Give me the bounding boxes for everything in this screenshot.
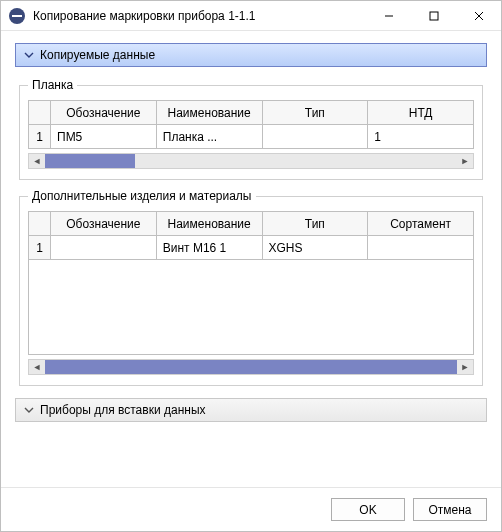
chevron-down-icon	[22, 50, 36, 60]
section-insert-targets-header[interactable]: Приборы для вставки данных	[15, 398, 487, 422]
group-plate: Планка Обозначение Наименование Тип НТД	[19, 85, 483, 180]
cell[interactable]	[368, 236, 474, 260]
scroll-left-icon[interactable]: ◄	[29, 360, 45, 374]
window-title: Копирование маркировки прибора 1-1.1	[33, 9, 366, 23]
scroll-right-icon[interactable]: ►	[457, 360, 473, 374]
grid-extra[interactable]: Обозначение Наименование Тип Сортамент 1…	[28, 211, 474, 355]
table-header-row: Обозначение Наименование Тип НТД	[29, 101, 474, 125]
group-plate-legend: Планка	[28, 78, 77, 92]
section-copied-data-header[interactable]: Копируемые данные	[15, 43, 487, 67]
dialog-window: Копирование маркировки прибора 1-1.1 Коп…	[0, 0, 502, 532]
col-header[interactable]: НТД	[368, 101, 474, 125]
scroll-thumb[interactable]	[45, 360, 457, 374]
section-insert-targets-title: Приборы для вставки данных	[40, 403, 206, 417]
cell[interactable]: ПМ5	[51, 125, 157, 149]
group-extra: Дополнительные изделия и материалы Обозн…	[19, 196, 483, 386]
row-number: 1	[29, 236, 51, 260]
cell[interactable]: XGHS	[262, 236, 368, 260]
table-header-row: Обозначение Наименование Тип Сортамент	[29, 212, 474, 236]
table-row[interactable]: 1 Винт М16 1 XGHS	[29, 236, 474, 260]
col-header[interactable]: Наименование	[156, 212, 262, 236]
cancel-button[interactable]: Отмена	[413, 498, 487, 521]
table-row[interactable]: 1 ПМ5 Планка ... 1	[29, 125, 474, 149]
minimize-button[interactable]	[366, 1, 411, 31]
svg-rect-1	[430, 12, 438, 20]
col-header[interactable]: Наименование	[156, 101, 262, 125]
col-header[interactable]: Тип	[262, 101, 368, 125]
cell[interactable]	[51, 236, 157, 260]
col-header[interactable]: Тип	[262, 212, 368, 236]
grid-extra-empty-area	[28, 260, 474, 355]
section-copied-data-body: Планка Обозначение Наименование Тип НТД	[15, 67, 487, 390]
group-extra-legend: Дополнительные изделия и материалы	[28, 189, 256, 203]
cell[interactable]: 1	[368, 125, 474, 149]
cell[interactable]: Планка ...	[156, 125, 262, 149]
scroll-left-icon[interactable]: ◄	[29, 154, 45, 168]
grid-plate-hscroll[interactable]: ◄ ►	[28, 153, 474, 169]
scroll-thumb[interactable]	[45, 154, 135, 168]
client-area: Копируемые данные Планка Обозначение Наи…	[1, 31, 501, 487]
scroll-right-icon[interactable]: ►	[457, 154, 473, 168]
row-header-blank	[29, 212, 51, 236]
grid-extra-hscroll[interactable]: ◄ ►	[28, 359, 474, 375]
app-icon	[9, 8, 25, 24]
col-header[interactable]: Обозначение	[51, 101, 157, 125]
col-header[interactable]: Сортамент	[368, 212, 474, 236]
col-header[interactable]: Обозначение	[51, 212, 157, 236]
maximize-button[interactable]	[411, 1, 456, 31]
grid-plate[interactable]: Обозначение Наименование Тип НТД 1 ПМ5 П…	[28, 100, 474, 149]
cell[interactable]: Винт М16 1	[156, 236, 262, 260]
section-copied-data-title: Копируемые данные	[40, 48, 155, 62]
ok-button[interactable]: OK	[331, 498, 405, 521]
cell[interactable]	[262, 125, 368, 149]
row-header-blank	[29, 101, 51, 125]
dialog-button-row: OK Отмена	[1, 487, 501, 531]
close-button[interactable]	[456, 1, 501, 31]
titlebar: Копирование маркировки прибора 1-1.1	[1, 1, 501, 31]
chevron-down-icon	[22, 405, 36, 415]
row-number: 1	[29, 125, 51, 149]
